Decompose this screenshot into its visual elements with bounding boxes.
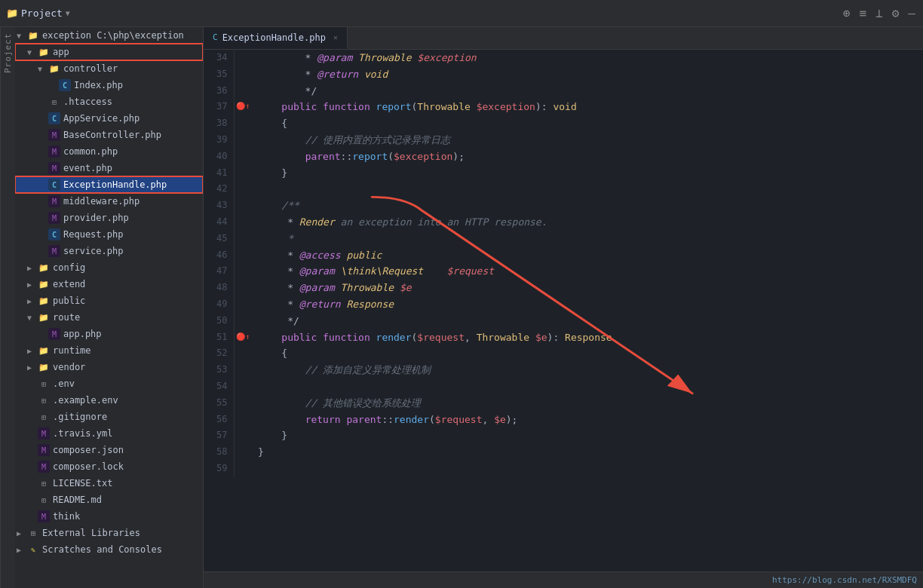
- tree-item-extend[interactable]: ▶ 📁 extend: [15, 276, 203, 292]
- tree-item-provider[interactable]: M provider.php: [15, 210, 203, 226]
- tree-label: Scratches and Consoles: [42, 544, 162, 555]
- tab-exceptionhandle[interactable]: C ExceptionHandle.php ✕: [204, 27, 348, 49]
- tree-item-request[interactable]: C Request.php: [15, 226, 203, 243]
- tree-item-composerlock[interactable]: M composer.lock: [15, 458, 203, 475]
- php-icon: C: [48, 179, 60, 191]
- line-number: 46: [204, 247, 234, 264]
- tree-item-license[interactable]: ⊞ LICENSE.txt: [15, 475, 203, 492]
- code-line-59: 59: [204, 461, 923, 477]
- sort-icon[interactable]: ⊥: [874, 5, 885, 22]
- tree-item-common[interactable]: M common.php: [15, 143, 203, 160]
- tree-label: route: [53, 312, 80, 323]
- line-number: 41: [204, 165, 234, 182]
- line-content: // 使用内置的方式记录异常日志: [252, 132, 923, 149]
- expand-arrow: ▶: [27, 264, 38, 272]
- code-line-43: 43 /**: [204, 198, 923, 214]
- tree-item-config[interactable]: ▶ 📁 config: [15, 259, 203, 276]
- tree-label: .gitignore: [53, 412, 107, 422]
- php-icon: M: [48, 129, 60, 141]
- line-number: 50: [204, 313, 234, 329]
- file-tree: ▼ 📁 exception C:\php\exception ▼ 📁 app ▼…: [15, 27, 203, 588]
- tree-item-exampleenv[interactable]: ⊞ .example.env: [15, 392, 203, 409]
- main-container: Project ▼ 📁 exception C:\php\exception ▼…: [0, 27, 923, 588]
- tree-label: common.php: [63, 146, 118, 157]
- line-gutter: [234, 198, 252, 214]
- tree-item-exception[interactable]: ▼ 📁 exception C:\php\exception: [15, 27, 203, 44]
- tab-close-button[interactable]: ✕: [333, 33, 338, 41]
- tree-label: exception C:\php\exception: [42, 30, 184, 41]
- minimize-icon[interactable]: —: [906, 5, 917, 22]
- tree-item-basecontroller[interactable]: M BaseController.php: [15, 127, 203, 143]
- line-number: 57: [204, 427, 234, 444]
- project-dropdown[interactable]: 📁 Project ▼: [6, 8, 70, 19]
- tree-item-composer[interactable]: M composer.json: [15, 442, 203, 458]
- code-line-51: 51 🔴↑ public function render($request, T…: [204, 329, 923, 346]
- line-number: 54: [204, 378, 234, 395]
- line-number: 47: [204, 263, 234, 280]
- tree-label: README.md: [53, 495, 102, 505]
- tree-label: vendor: [53, 362, 85, 372]
- tree-item-route[interactable]: ▼ 📁 route: [15, 309, 203, 326]
- tree-label: controller: [63, 63, 118, 74]
- line-content: return parent::render($request, $e);: [252, 412, 923, 428]
- code-table: 34 * @param Throwable $exception 35 * @r…: [204, 50, 923, 477]
- bottom-bar: https://blog.csdn.net/RXSMDFQ: [204, 571, 923, 588]
- code-line-37: 37 🔴↑ public function report(Throwable $…: [204, 99, 923, 115]
- tree-label: BaseController.php: [63, 130, 161, 140]
- code-editor[interactable]: 34 * @param Throwable $exception 35 * @r…: [204, 50, 923, 571]
- tree-item-think[interactable]: M think: [15, 508, 203, 525]
- line-gutter: [234, 66, 252, 83]
- tree-item-external-libraries[interactable]: ▶ ⊞ External Libraries: [15, 525, 203, 541]
- code-line-38: 38 {: [204, 115, 923, 132]
- tree-item-travis[interactable]: M .travis.yml: [15, 425, 203, 442]
- tree-item-gitignore[interactable]: ⊞ .gitignore: [15, 409, 203, 425]
- line-gutter: [234, 280, 252, 296]
- panel-label-project[interactable]: Project: [0, 27, 15, 588]
- file-icon: ⊞: [38, 494, 50, 506]
- tree-item-appservice[interactable]: C AppService.php: [15, 110, 203, 127]
- file-icon: M: [38, 427, 50, 439]
- line-content: // 添加自定义异常处理机制: [252, 362, 923, 378]
- tree-item-htaccess[interactable]: ⊞ .htaccess: [15, 93, 203, 110]
- tree-item-appphp[interactable]: M app.php: [15, 326, 203, 342]
- tree-item-vendor[interactable]: ▶ 📁 vendor: [15, 359, 203, 375]
- tree-item-controller[interactable]: ▼ 📁 controller: [15, 60, 203, 77]
- file-icon: ⊞: [38, 411, 50, 423]
- expand-arrow: ▶: [17, 546, 27, 554]
- php-icon: M: [48, 162, 60, 174]
- code-line-45: 45 *: [204, 231, 923, 247]
- expand-arrow: ▼: [17, 32, 27, 40]
- tree-item-env[interactable]: ⊞ .env: [15, 375, 203, 392]
- tree-item-app[interactable]: ▼ 📁 app: [15, 44, 203, 60]
- code-line-48: 48 * @param Throwable $e: [204, 280, 923, 296]
- expand-arrow: ▼: [38, 65, 48, 73]
- tree-label: External Libraries: [42, 528, 140, 538]
- line-content: * @access public: [252, 247, 923, 264]
- line-content: [252, 461, 923, 477]
- line-content: * @param Throwable $e: [252, 280, 923, 296]
- code-line-36: 36 */: [204, 83, 923, 100]
- tree-item-runtime[interactable]: ▶ 📁 runtime: [15, 342, 203, 359]
- add-icon[interactable]: ⊕: [842, 5, 852, 22]
- expand-arrow: ▶: [27, 297, 38, 305]
- chevron-down-icon: ▼: [66, 9, 70, 17]
- line-number: 35: [204, 66, 234, 83]
- tree-item-service[interactable]: M service.php: [15, 243, 203, 259]
- tree-item-readme[interactable]: ⊞ README.md: [15, 492, 203, 508]
- folder-icon: 📁: [6, 8, 18, 19]
- tree-item-middleware[interactable]: M middleware.php: [15, 193, 203, 210]
- tree-item-exceptionhandle[interactable]: C ExceptionHandle.php: [15, 176, 203, 193]
- list-icon[interactable]: ≡: [857, 5, 868, 22]
- settings-icon[interactable]: ⚙: [891, 5, 901, 22]
- tree-item-scratches[interactable]: ▶ ✎ Scratches and Consoles: [15, 541, 203, 558]
- tree-item-event[interactable]: M event.php: [15, 160, 203, 176]
- sidebar: ▼ 📁 exception C:\php\exception ▼ 📁 app ▼…: [15, 27, 204, 588]
- tree-item-public[interactable]: ▶ 📁 public: [15, 292, 203, 309]
- line-content: public function render($request, Throwab…: [252, 329, 923, 346]
- file-icon: ⊞: [38, 394, 50, 406]
- line-number: 37: [204, 99, 234, 115]
- code-line-56: 56 return parent::render($request, $e);: [204, 412, 923, 428]
- tree-item-index[interactable]: C Index.php: [15, 77, 203, 93]
- line-content: [252, 378, 923, 395]
- php-icon: M: [48, 195, 60, 207]
